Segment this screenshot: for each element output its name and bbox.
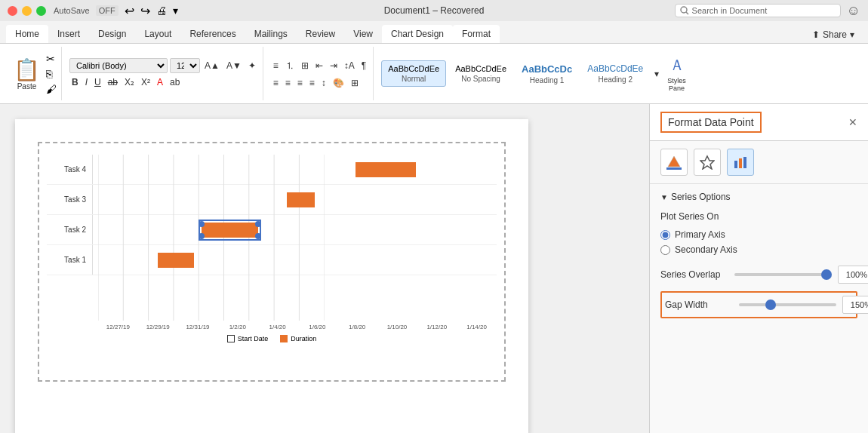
bold-button[interactable]: B — [69, 75, 81, 89]
gantt-chart: Task 4 Task 3 Task 2 — [47, 155, 497, 321]
font-top-row: Calibri (Body) 12 A▲ A▼ ✦ — [69, 58, 258, 73]
clear-format-button[interactable]: ✦ — [246, 59, 258, 72]
superscript-button[interactable]: X² — [139, 75, 152, 89]
font-color-button[interactable]: A — [155, 75, 165, 89]
redo-icon[interactable]: ↪ — [140, 4, 150, 18]
series-options-button[interactable] — [727, 149, 754, 176]
styles-pane-button[interactable]: Ａ StylesPane — [664, 52, 689, 95]
clipboard-icons: ✂ ⎘ 🖌 — [46, 53, 57, 95]
autosave-label: AutoSave — [54, 6, 90, 15]
subscript-button[interactable]: X₂ — [122, 75, 137, 89]
numbering-button[interactable]: ⒈ — [283, 58, 297, 74]
minimize-button[interactable] — [22, 6, 32, 16]
task2-bar[interactable] — [202, 223, 258, 238]
tab-chart-design[interactable]: Chart Design — [382, 25, 453, 43]
task4-bar[interactable] — [356, 162, 416, 177]
justify-button[interactable]: ≡ — [307, 76, 317, 90]
style-heading1[interactable]: AaBbCcDc Heading 1 — [516, 60, 578, 88]
undo-icon[interactable]: ↩ — [125, 4, 134, 18]
decrease-indent-button[interactable]: ⇤ — [313, 58, 325, 74]
cut-icon[interactable]: ✂ — [46, 53, 57, 65]
format-painter-icon[interactable]: 🖌 — [46, 83, 57, 95]
tab-insert[interactable]: Insert — [48, 25, 89, 43]
print-icon[interactable]: 🖨 — [156, 5, 167, 17]
effects-icon — [700, 155, 715, 170]
shading-button[interactable]: 🎨 — [331, 76, 346, 90]
share-icon: ⬆ — [812, 29, 820, 40]
gap-width-slider[interactable] — [739, 303, 836, 306]
tab-references[interactable]: References — [180, 25, 245, 43]
style-normal[interactable]: AaBbCcDdEe Normal — [381, 60, 446, 87]
paste-button[interactable]: 📋 Paste — [11, 54, 43, 94]
multilevel-button[interactable]: ⊞ — [299, 58, 311, 74]
section-arrow-icon: ▼ — [660, 193, 668, 201]
series-options-header[interactable]: ▼ Series Options — [660, 192, 857, 202]
svg-rect-15 — [739, 158, 742, 168]
align-right-button[interactable]: ≡ — [295, 76, 305, 90]
user-icon[interactable]: ☺ — [847, 3, 860, 19]
effects-button[interactable] — [694, 149, 721, 176]
axis-label-7: 1/10/20 — [377, 324, 417, 330]
tab-format[interactable]: Format — [453, 25, 500, 43]
radio-group-axis: Primary Axis Secondary Axis — [660, 229, 857, 255]
tab-view[interactable]: View — [344, 25, 382, 43]
font-grow-button[interactable]: A▲ — [202, 59, 222, 72]
series-overlap-value: 100% — [839, 270, 868, 279]
italic-button[interactable]: I — [83, 75, 90, 89]
search-bar[interactable]: Search in Document — [675, 4, 841, 17]
align-left-button[interactable]: ≡ — [271, 76, 281, 90]
axis-label-8: 1/12/20 — [417, 324, 457, 330]
task1-bar[interactable] — [158, 253, 194, 268]
font-shrink-button[interactable]: A▼ — [224, 59, 244, 72]
task4-label: Task 4 — [47, 165, 92, 174]
close-panel-button[interactable]: ✕ — [848, 116, 857, 128]
align-center-button[interactable]: ≡ — [283, 76, 293, 90]
format-panel-icons — [650, 141, 868, 184]
bullets-button[interactable]: ≡ — [271, 58, 281, 74]
autosave-state[interactable]: OFF — [96, 5, 119, 16]
highlight-button[interactable]: ab — [168, 75, 182, 89]
axis-label-1: 12/29/19 — [138, 324, 178, 330]
tab-design[interactable]: Design — [89, 25, 135, 43]
primary-axis-radio[interactable] — [660, 230, 670, 240]
styles-pane-icon: Ａ — [669, 55, 685, 75]
primary-axis-option[interactable]: Primary Axis — [660, 229, 857, 240]
font-family-select[interactable]: Calibri (Body) — [69, 58, 168, 73]
primary-axis-label: Primary Axis — [675, 229, 725, 240]
tab-review[interactable]: Review — [297, 25, 344, 43]
show-formatting-button[interactable]: ¶ — [359, 58, 368, 74]
format-panel-header: Format Data Point ✕ — [650, 104, 868, 141]
fill-effects-button[interactable] — [660, 149, 688, 176]
sort-button[interactable]: ↕A — [342, 58, 357, 74]
more-icon[interactable]: ▾ — [173, 5, 178, 17]
tab-mailings[interactable]: Mailings — [245, 25, 297, 43]
underline-button[interactable]: U — [92, 75, 103, 89]
legend-start-date: Start Date — [227, 335, 269, 342]
increase-indent-button[interactable]: ⇥ — [328, 58, 340, 74]
traffic-lights — [8, 6, 46, 16]
line-spacing-button[interactable]: ↕ — [319, 76, 328, 90]
task3-bar[interactable] — [287, 192, 315, 207]
series-overlap-slider[interactable] — [734, 273, 832, 276]
handle-bottom-left[interactable] — [199, 233, 205, 239]
strikethrough-button[interactable]: ab — [106, 75, 120, 89]
font-size-select[interactable]: 12 — [170, 58, 200, 73]
secondary-axis-option[interactable]: Secondary Axis — [660, 244, 857, 255]
style-no-spacing[interactable]: AaBbCcDdEe No Spacing — [449, 61, 512, 86]
handle-bottom-right[interactable] — [255, 233, 261, 239]
maximize-button[interactable] — [36, 6, 46, 16]
handle-right[interactable] — [255, 221, 261, 227]
style-heading2[interactable]: AaBbCcDdEe Heading 2 — [581, 60, 649, 87]
handle-left[interactable] — [199, 221, 205, 227]
borders-button[interactable]: ⊞ — [349, 76, 361, 90]
series-overlap-label: Series Overlap — [660, 269, 728, 280]
copy-icon[interactable]: ⎘ — [46, 68, 57, 80]
secondary-axis-radio[interactable] — [660, 245, 670, 255]
share-button[interactable]: ⬆ Share ▾ — [805, 26, 862, 43]
close-button[interactable] — [8, 6, 17, 16]
styles-expand-button[interactable]: ▾ — [652, 67, 661, 81]
chart-container[interactable]: Task 4 Task 3 Task 2 — [38, 142, 506, 382]
task3-area — [92, 185, 497, 214]
tab-layout[interactable]: Layout — [135, 25, 180, 43]
tab-home[interactable]: Home — [6, 25, 48, 43]
